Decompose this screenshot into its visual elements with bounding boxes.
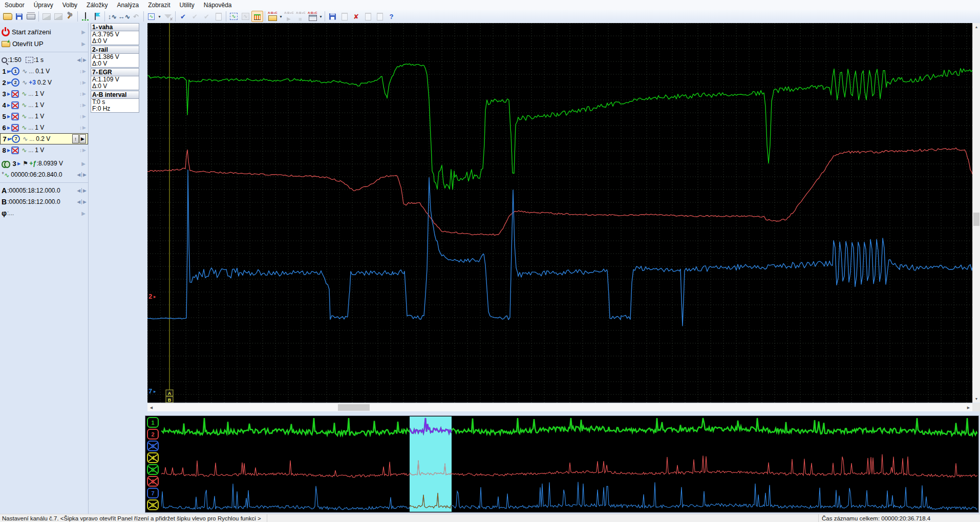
overview-channel-button-1[interactable]: 1 xyxy=(147,417,159,428)
record-save-icon[interactable] xyxy=(327,11,338,22)
help-icon[interactable]: ? xyxy=(386,11,397,22)
channel-row-6[interactable]: 6▶∿...1 V↕▶ xyxy=(0,122,88,133)
channel-row-8[interactable]: 8▶∿...1 V↕▶ xyxy=(0,144,88,156)
channel-enabled-icon[interactable]: 1 xyxy=(11,67,19,75)
channel-open-panel-icon[interactable]: ▶ xyxy=(82,69,86,74)
decrease-arrow-icon[interactable]: ◀ xyxy=(77,188,80,193)
overview-channel-button-4[interactable]: 4 xyxy=(147,452,159,463)
channel-disabled-icon[interactable] xyxy=(11,147,19,154)
save-icon[interactable] xyxy=(13,11,25,22)
channel-row-3[interactable]: 3▶∿...1 V↕▶ xyxy=(0,88,88,99)
menu-zloky[interactable]: Záložky xyxy=(82,1,112,9)
cursor-a-row[interactable]: A :00005:18:12.000.0 ◀▶ xyxy=(0,185,88,196)
increase-arrow-icon[interactable]: ▶ xyxy=(83,188,87,193)
decrease-arrow-icon[interactable]: ◀ xyxy=(77,172,80,177)
expand-arrow-icon[interactable]: ▶ xyxy=(81,211,86,216)
channel-marker-2[interactable]: 2 xyxy=(148,293,152,300)
channel-updown-icon[interactable]: ↕ xyxy=(79,125,82,131)
channel-updown-icon[interactable]: ↕ xyxy=(79,102,82,108)
fft-analysis-icon[interactable] xyxy=(228,11,240,22)
open-file-icon[interactable] xyxy=(2,11,13,22)
scope-display[interactable]: 2▸7▸AB xyxy=(147,23,972,403)
channel-updown-icon[interactable]: ↕ xyxy=(79,114,82,119)
channel-open-panel-button[interactable]: ▶ xyxy=(79,134,86,143)
channel-row-2[interactable]: 2▶2∿+30.2 V↕▶ xyxy=(0,77,88,88)
display-mode-icon[interactable] xyxy=(145,11,157,22)
print-icon[interactable] xyxy=(25,11,37,22)
channel-updown-icon[interactable]: ↕ xyxy=(79,80,82,86)
dropdown-arrow-icon[interactable]: ▾ xyxy=(157,11,162,22)
overview-channel-button-7[interactable]: 7 xyxy=(147,488,159,498)
menu-utility[interactable]: Utility xyxy=(175,1,199,9)
menu-volby[interactable]: Volby xyxy=(58,1,82,9)
channel-enabled-icon[interactable]: 2 xyxy=(11,78,19,87)
channel-disabled-icon[interactable] xyxy=(11,90,19,98)
apply-check-icon[interactable]: ✔ xyxy=(177,11,189,22)
overview-traces[interactable] xyxy=(161,416,977,512)
bookmark-icon[interactable] xyxy=(91,11,103,22)
vertical-scrollbar[interactable] xyxy=(972,23,980,403)
increase-arrow-icon[interactable]: ▶ xyxy=(83,199,87,204)
trigger-row[interactable]: 3 ▶ ⚑ +ƒ :8.0939 V ▶ xyxy=(0,158,88,169)
channel-disabled-icon[interactable] xyxy=(11,113,19,120)
start-device-row[interactable]: Start zařízeni ▶ xyxy=(0,26,88,38)
expand-arrow-icon[interactable]: ▶ xyxy=(81,29,86,35)
channel-disabled-icon[interactable] xyxy=(11,124,19,132)
histogram-icon[interactable] xyxy=(251,11,263,22)
zoom-timebase-row[interactable]: :1:50 ↔ :1 s ◀▶ xyxy=(0,54,88,66)
scroll-left-icon[interactable] xyxy=(147,404,155,411)
zoom-time-icon[interactable]: ↔∿ xyxy=(118,11,130,22)
increase-arrow-icon[interactable]: ▶ xyxy=(83,172,87,177)
menu-npovda[interactable]: Nápověda xyxy=(199,1,237,9)
dropdown-arrow-icon[interactable]: ▾ xyxy=(318,11,323,22)
channel-row-7[interactable]: 7▶7∿...0.2 V↕▶ xyxy=(0,133,88,144)
horizontal-scroll-thumb[interactable] xyxy=(338,404,370,411)
abc-calc-icon[interactable] xyxy=(307,11,318,22)
overview-channel-button-5[interactable]: 5 xyxy=(147,464,159,475)
delete-icon[interactable]: ✘ xyxy=(350,11,362,22)
channel-open-panel-icon[interactable]: ▶ xyxy=(82,125,86,130)
channel-row-1[interactable]: 1▶1∿...0.1 V↕▶ xyxy=(0,66,88,77)
channel-updown-button[interactable]: ↕ xyxy=(72,134,79,143)
scroll-down-icon[interactable] xyxy=(973,395,980,403)
overview-channel-button-8[interactable]: 8 xyxy=(147,499,159,510)
channel-marker-7[interactable]: 7 xyxy=(148,387,152,395)
channel-row-4[interactable]: 4▶∿...1 V↕▶ xyxy=(0,99,88,111)
channel-disabled-icon[interactable] xyxy=(11,101,19,109)
probe-marker-icon[interactable] xyxy=(79,11,91,22)
scroll-right-icon[interactable] xyxy=(965,404,972,411)
channel-open-panel-icon[interactable]: ▶ xyxy=(82,102,86,108)
phase-row[interactable]: φ :... ▶ xyxy=(0,207,88,219)
channel-open-panel-icon[interactable]: ▶ xyxy=(82,148,86,153)
channel-row-5[interactable]: 5▶∿...1 V↕▶ xyxy=(0,111,88,122)
overview-panel[interactable]: 12345678 xyxy=(145,415,979,513)
zoom-amplitude-icon[interactable]: ↕∿ xyxy=(106,11,118,22)
menu-pravy[interactable]: Úpravy xyxy=(29,1,58,9)
menu-soubor[interactable]: Soubor xyxy=(0,1,29,9)
decrease-arrow-icon[interactable]: ◀ xyxy=(77,199,80,204)
expand-arrow-icon[interactable]: ▶ xyxy=(81,41,86,47)
settings-tools-icon[interactable] xyxy=(64,11,76,22)
channel-open-panel-icon[interactable]: ▶ xyxy=(82,91,86,96)
channel-open-panel-icon[interactable]: ▶ xyxy=(82,80,86,85)
increase-arrow-icon[interactable]: ▶ xyxy=(83,57,87,62)
cursor-b-row[interactable]: B :00005:18:12.000.0 ◀▶ xyxy=(0,196,88,207)
dropdown-arrow-icon[interactable]: ▾ xyxy=(279,11,283,22)
decrease-arrow-icon[interactable]: ◀ xyxy=(77,57,80,62)
cursor-flag-b[interactable]: B xyxy=(168,398,172,403)
overview-channel-button-6[interactable]: 6 xyxy=(147,476,159,487)
horizontal-scrollbar[interactable] xyxy=(147,403,972,411)
channel-updown-icon[interactable]: ↕ xyxy=(79,148,82,153)
cursor-flag-a[interactable]: A xyxy=(168,391,172,396)
record-position-row[interactable]: ∿ 00000:06:20.840.0 ◀▶ xyxy=(0,169,88,180)
overview-channel-button-3[interactable]: 3 xyxy=(147,441,159,451)
scroll-up-icon[interactable] xyxy=(973,23,980,31)
vertical-scroll-thumb[interactable] xyxy=(973,213,979,226)
open-up-row[interactable]: Otevřít UP ▶ xyxy=(0,38,88,50)
overview-channel-button-2[interactable]: 2 xyxy=(147,429,159,440)
expand-arrow-icon[interactable]: ▶ xyxy=(81,161,86,166)
channel-updown-icon[interactable]: ↕ xyxy=(79,91,82,97)
abc-open-icon[interactable] xyxy=(267,11,279,22)
channel-enabled-icon[interactable]: 7 xyxy=(12,135,20,143)
menu-zobrazit[interactable]: Zobrazit xyxy=(143,1,175,9)
